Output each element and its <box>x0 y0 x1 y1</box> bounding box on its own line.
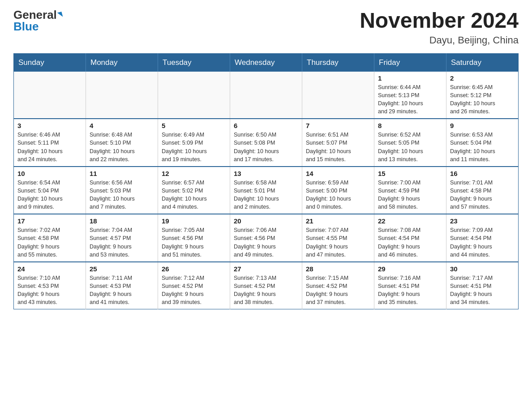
calendar-cell: 20Sunrise: 7:06 AM Sunset: 4:56 PM Dayli… <box>230 214 302 262</box>
page-header: General Blue November 2024 Dayu, Beijing… <box>13 9 519 46</box>
calendar-cell: 14Sunrise: 6:59 AM Sunset: 5:00 PM Dayli… <box>302 167 374 214</box>
calendar-cell: 12Sunrise: 6:57 AM Sunset: 5:02 PM Dayli… <box>158 167 230 214</box>
day-info: Sunrise: 6:44 AM Sunset: 5:13 PM Dayligh… <box>378 83 442 116</box>
location-subtitle: Dayu, Beijing, China <box>360 34 519 46</box>
day-info: Sunrise: 6:53 AM Sunset: 5:04 PM Dayligh… <box>450 131 515 163</box>
calendar-cell: 5Sunrise: 6:49 AM Sunset: 5:09 PM Daylig… <box>158 119 230 167</box>
day-info: Sunrise: 6:56 AM Sunset: 5:03 PM Dayligh… <box>90 179 154 211</box>
day-info: Sunrise: 7:11 AM Sunset: 4:53 PM Dayligh… <box>90 274 154 307</box>
calendar-cell: 19Sunrise: 7:05 AM Sunset: 4:56 PM Dayli… <box>158 214 230 262</box>
calendar-cell: 18Sunrise: 7:04 AM Sunset: 4:57 PM Dayli… <box>86 214 158 262</box>
day-number: 22 <box>378 217 442 225</box>
day-info: Sunrise: 6:54 AM Sunset: 5:04 PM Dayligh… <box>17 179 82 211</box>
calendar-cell <box>14 72 86 119</box>
calendar-cell: 2Sunrise: 6:45 AM Sunset: 5:12 PM Daylig… <box>446 72 519 119</box>
calendar-cell: 17Sunrise: 7:02 AM Sunset: 4:58 PM Dayli… <box>14 214 86 262</box>
day-info: Sunrise: 6:48 AM Sunset: 5:10 PM Dayligh… <box>90 131 154 163</box>
day-info: Sunrise: 7:13 AM Sunset: 4:52 PM Dayligh… <box>234 274 298 307</box>
day-number: 24 <box>17 265 82 273</box>
day-number: 1 <box>378 74 442 82</box>
calendar-cell: 28Sunrise: 7:15 AM Sunset: 4:52 PM Dayli… <box>302 262 374 309</box>
day-info: Sunrise: 6:59 AM Sunset: 5:00 PM Dayligh… <box>306 179 370 211</box>
calendar-week-row: 17Sunrise: 7:02 AM Sunset: 4:58 PM Dayli… <box>14 214 519 262</box>
day-info: Sunrise: 7:06 AM Sunset: 4:56 PM Dayligh… <box>234 226 298 259</box>
day-number: 17 <box>17 217 82 225</box>
day-info: Sunrise: 7:15 AM Sunset: 4:52 PM Dayligh… <box>306 274 370 307</box>
day-number: 14 <box>306 170 370 177</box>
day-number: 10 <box>17 170 82 177</box>
weekday-header-wednesday: Wednesday <box>230 53 302 72</box>
month-year-title: November 2024 <box>360 9 519 33</box>
day-info: Sunrise: 7:09 AM Sunset: 4:54 PM Dayligh… <box>450 226 515 259</box>
day-number: 8 <box>378 122 442 129</box>
day-info: Sunrise: 6:52 AM Sunset: 5:05 PM Dayligh… <box>378 131 442 163</box>
calendar-cell: 11Sunrise: 6:56 AM Sunset: 5:03 PM Dayli… <box>86 167 158 214</box>
day-info: Sunrise: 6:58 AM Sunset: 5:01 PM Dayligh… <box>234 179 298 211</box>
day-number: 19 <box>162 217 226 225</box>
calendar-cell <box>302 72 374 119</box>
day-number: 12 <box>162 170 226 177</box>
day-number: 7 <box>306 122 370 129</box>
day-number: 6 <box>234 122 298 129</box>
day-info: Sunrise: 7:02 AM Sunset: 4:58 PM Dayligh… <box>17 226 82 259</box>
day-info: Sunrise: 7:17 AM Sunset: 4:51 PM Dayligh… <box>450 274 515 307</box>
day-info: Sunrise: 6:57 AM Sunset: 5:02 PM Dayligh… <box>162 179 226 211</box>
weekday-header-saturday: Saturday <box>446 53 519 72</box>
calendar-cell: 4Sunrise: 6:48 AM Sunset: 5:10 PM Daylig… <box>86 119 158 167</box>
calendar-week-row: 10Sunrise: 6:54 AM Sunset: 5:04 PM Dayli… <box>14 167 519 214</box>
weekday-header-tuesday: Tuesday <box>158 53 230 72</box>
day-info: Sunrise: 7:12 AM Sunset: 4:52 PM Dayligh… <box>162 274 226 307</box>
calendar-week-row: 24Sunrise: 7:10 AM Sunset: 4:53 PM Dayli… <box>14 262 519 309</box>
calendar-cell: 29Sunrise: 7:16 AM Sunset: 4:51 PM Dayli… <box>374 262 446 309</box>
day-info: Sunrise: 6:51 AM Sunset: 5:07 PM Dayligh… <box>306 131 370 163</box>
day-number: 4 <box>90 122 154 129</box>
day-info: Sunrise: 6:46 AM Sunset: 5:11 PM Dayligh… <box>17 131 82 163</box>
weekday-header-row: SundayMondayTuesdayWednesdayThursdayFrid… <box>14 53 519 72</box>
calendar-cell: 6Sunrise: 6:50 AM Sunset: 5:08 PM Daylig… <box>230 119 302 167</box>
day-number: 30 <box>450 265 515 273</box>
day-info: Sunrise: 7:10 AM Sunset: 4:53 PM Dayligh… <box>17 274 82 307</box>
calendar-cell: 25Sunrise: 7:11 AM Sunset: 4:53 PM Dayli… <box>86 262 158 309</box>
day-number: 27 <box>234 265 298 273</box>
day-number: 25 <box>90 265 154 273</box>
calendar-cell <box>86 72 158 119</box>
weekday-header-sunday: Sunday <box>14 53 86 72</box>
day-info: Sunrise: 6:49 AM Sunset: 5:09 PM Dayligh… <box>162 131 226 163</box>
calendar-cell: 13Sunrise: 6:58 AM Sunset: 5:01 PM Dayli… <box>230 167 302 214</box>
calendar-week-row: 3Sunrise: 6:46 AM Sunset: 5:11 PM Daylig… <box>14 119 519 167</box>
day-number: 13 <box>234 170 298 177</box>
logo-blue-text: Blue <box>13 21 39 32</box>
day-number: 9 <box>450 122 515 129</box>
calendar-cell: 16Sunrise: 7:01 AM Sunset: 4:58 PM Dayli… <box>446 167 519 214</box>
logo-general-text: General <box>13 9 57 21</box>
day-info: Sunrise: 7:04 AM Sunset: 4:57 PM Dayligh… <box>90 226 154 259</box>
day-info: Sunrise: 7:07 AM Sunset: 4:55 PM Dayligh… <box>306 226 370 259</box>
day-number: 5 <box>162 122 226 129</box>
day-info: Sunrise: 7:05 AM Sunset: 4:56 PM Dayligh… <box>162 226 226 259</box>
calendar-cell <box>158 72 230 119</box>
day-number: 28 <box>306 265 370 273</box>
weekday-header-thursday: Thursday <box>302 53 374 72</box>
day-number: 18 <box>90 217 154 225</box>
day-number: 11 <box>90 170 154 177</box>
calendar-cell: 15Sunrise: 7:00 AM Sunset: 4:59 PM Dayli… <box>374 167 446 214</box>
day-number: 21 <box>306 217 370 225</box>
logo: General Blue <box>13 9 62 32</box>
calendar-week-row: 1Sunrise: 6:44 AM Sunset: 5:13 PM Daylig… <box>14 72 519 119</box>
calendar-cell: 9Sunrise: 6:53 AM Sunset: 5:04 PM Daylig… <box>446 119 519 167</box>
calendar-table: SundayMondayTuesdayWednesdayThursdayFrid… <box>13 53 519 310</box>
day-number: 20 <box>234 217 298 225</box>
day-number: 2 <box>450 74 515 82</box>
calendar-cell <box>230 72 302 119</box>
calendar-cell: 21Sunrise: 7:07 AM Sunset: 4:55 PM Dayli… <box>302 214 374 262</box>
day-info: Sunrise: 6:50 AM Sunset: 5:08 PM Dayligh… <box>234 131 298 163</box>
day-number: 26 <box>162 265 226 273</box>
title-area: November 2024 Dayu, Beijing, China <box>360 9 519 46</box>
day-number: 23 <box>450 217 515 225</box>
calendar-cell: 24Sunrise: 7:10 AM Sunset: 4:53 PM Dayli… <box>14 262 86 309</box>
day-number: 16 <box>450 170 515 177</box>
day-info: Sunrise: 7:01 AM Sunset: 4:58 PM Dayligh… <box>450 179 515 211</box>
weekday-header-monday: Monday <box>86 53 158 72</box>
weekday-header-friday: Friday <box>374 53 446 72</box>
calendar-cell: 26Sunrise: 7:12 AM Sunset: 4:52 PM Dayli… <box>158 262 230 309</box>
